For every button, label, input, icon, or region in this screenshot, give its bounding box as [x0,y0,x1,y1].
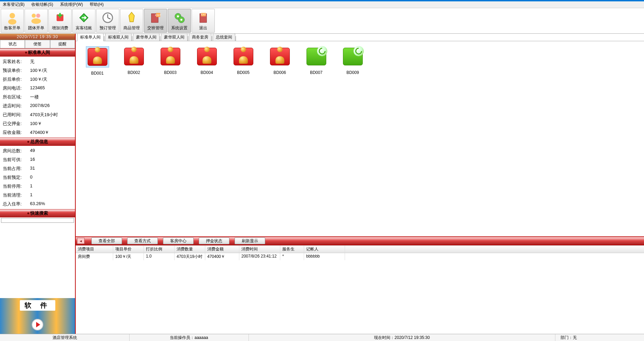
info-label: 房间电话: [3,85,27,91]
toolbar-goods[interactable]: 商品管理 [120,9,143,33]
room-item[interactable]: BD001 [79,46,116,80]
toolbar-single-guest[interactable]: 散客开单 [1,9,24,33]
table-cell: bbbbbb [304,253,345,260]
play-icon[interactable] [32,319,43,330]
room-occupied-icon [234,48,253,65]
menu-cashier[interactable]: 收银结帐(S) [31,2,53,7]
table-header-cell[interactable]: 消费金额 [205,246,239,253]
room-code: BD002 [128,70,140,75]
room-tab[interactable]: 总统套间 [213,33,235,41]
action-button[interactable]: 押金状态 [199,237,229,244]
info-value: 49 [27,148,72,154]
toolbar-label: 交班管理 [147,25,164,31]
info-value: 无 [27,59,72,65]
info-label: 宾客姓名: [3,59,27,65]
group-guest-icon [29,11,43,25]
settings-icon [173,11,186,25]
status-operator: 当前操作员：aaaaaa [130,334,249,341]
room-status-info: 宾客姓名:无预设单价:100￥/天折后单价:100￥/天房间电话:123465所… [0,57,75,138]
goods-icon [125,11,138,25]
menu-bar: 来客登记(B) 收银结帐(S) 系统维护(W) 帮助(H) [0,1,644,8]
info-row: 折后单价:100￥/天 [0,75,75,84]
room-tab[interactable]: 商务套房 [189,33,211,41]
sidebar-clock: 2020/7/12 19:35:30 [0,34,75,40]
info-value: 4703天19小时 [27,112,72,118]
main-toolbar: 散客开单团体开单增加消费宾客结账预订管理商品管理EXIT交班管理系统设置EXIT… [0,8,644,34]
room-tab[interactable]: 豪华单人间 [133,33,160,41]
table-header-cell[interactable]: 消费项目 [76,246,113,253]
info-row: 当前预定:0 [0,173,75,182]
menu-system[interactable]: 系统维护(W) [60,2,83,7]
info-row: 已用时间:4703天19小时 [0,110,75,119]
info-label: 进店时间: [3,103,27,109]
action-button[interactable]: 查看方式 [127,237,158,244]
room-item[interactable]: BD005 [225,46,261,80]
table-cell: 470400￥ [205,253,239,260]
menu-guest[interactable]: 来客登记(B) [3,2,25,7]
table-header-cell[interactable]: 记帐人 [304,246,345,253]
room-code: BD005 [237,70,250,75]
single-guest-icon [5,11,19,25]
info-value: 1 [27,192,72,198]
table-cell: 1.0 [144,253,175,260]
promo-label: 软 件 [20,300,55,311]
action-button[interactable]: 查看全部 [91,237,122,244]
action-button[interactable]: 客房中心 [163,237,194,244]
room-vacant-icon [306,48,326,65]
room-item[interactable]: BD003 [152,46,189,80]
add-consumption-icon [53,11,67,25]
toolbar-checkout[interactable]: 宾客结账 [72,9,95,33]
info-value: 一楼 [27,94,72,100]
quick-search-header: 快速搜索 [0,209,75,217]
info-value: 2007/8/26 [27,103,72,109]
table-header-cell[interactable]: 服务生 [280,246,304,253]
exit-icon: EXIT [196,11,210,25]
room-tab[interactable]: 豪华双人间 [161,33,188,41]
quick-search-input[interactable] [1,218,74,223]
toolbar-group-guest[interactable]: 团体开单 [25,9,48,33]
toolbar-exit[interactable]: EXIT退出 [192,9,215,33]
room-code: BD009 [346,70,359,75]
room-occupied-icon [124,48,144,65]
toolbar-reservation[interactable]: 预订管理 [96,9,119,33]
promo-banner: 软 件 [0,298,75,334]
toolbar-label: 商品管理 [123,25,140,31]
collapse-icon[interactable]: ◄ [77,238,85,244]
toolbar-shift[interactable]: EXIT交班管理 [144,9,167,33]
room-item[interactable]: BD006 [261,46,298,80]
room-occupied-icon [161,48,180,65]
sidebar-tab-reminder[interactable]: 提醒 [50,40,75,48]
table-header-cell[interactable]: 消费时间 [239,246,280,253]
table-header-cell[interactable]: 消费数量 [175,246,205,253]
toolbar-settings[interactable]: 系统设置 [168,9,191,33]
table-header-cell[interactable]: 打折比例 [144,246,175,253]
info-row: 当前停用:1 [0,182,75,191]
info-value: 0 [27,174,72,181]
info-label: 总入住率: [3,201,27,207]
action-button[interactable]: 刷新显示 [235,237,265,244]
toolbar-label: 增加消费 [52,25,68,31]
toolbar-add-consumption[interactable]: 增加消费 [48,9,72,33]
room-tab[interactable]: 标准单人间 [77,33,104,41]
info-label: 已用时间: [3,112,27,118]
room-item[interactable]: BD004 [189,46,225,80]
shift-icon: EXIT [149,11,162,25]
room-tab[interactable]: 标准双人间 [105,33,132,41]
menu-help[interactable]: 帮助(H) [90,2,104,7]
table-cell: 100￥/天 [113,253,144,260]
sidebar-tab-status[interactable]: 状态 [0,40,25,48]
room-item[interactable]: BD007 [298,46,334,80]
info-value: 100￥/天 [27,67,72,74]
summary-info: 房间总数:49当前可供:16当前占用:31当前预定:0当前停用:1当前清理:1总… [0,146,75,209]
sidebar-tab-notes[interactable]: 便签 [25,40,50,48]
room-code: BD007 [310,70,323,75]
table-header-cell[interactable]: 项目单价 [113,246,144,253]
room-item[interactable]: BD009 [334,46,371,80]
room-item[interactable]: BD002 [116,46,152,80]
table-row[interactable]: 房间费100￥/天1.04703天19小时470400￥2007/8/26 23… [76,253,644,260]
info-label: 当前预定: [3,174,27,181]
info-label: 当前清理: [3,192,27,198]
table-cell: * [280,253,304,260]
toolbar-label: 预订管理 [100,25,116,31]
toolbar-label: 团体开单 [28,25,44,31]
